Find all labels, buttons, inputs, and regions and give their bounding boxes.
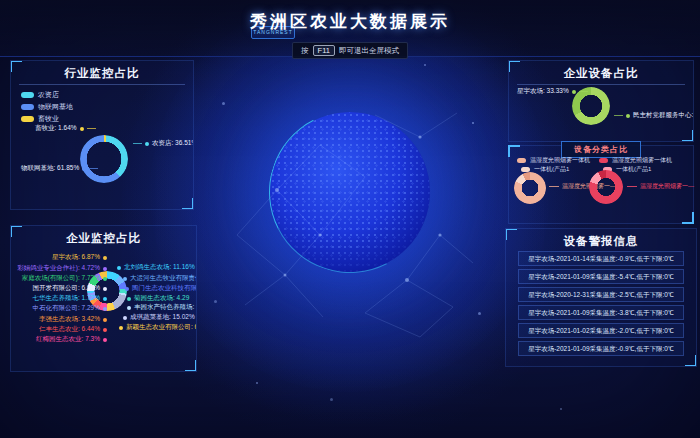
- ent-label-left: 红梅园生态农业: 7.3%: [13, 335, 107, 344]
- label-text: 红梅园生态农业: 7.3%: [36, 335, 100, 344]
- legend-item-iot[interactable]: 物联网基地: [21, 102, 73, 112]
- leader-line: [87, 128, 96, 129]
- ent-label-left: 李强生态农场: 3.42%: [13, 315, 107, 324]
- label-text: 物联网基地: 61.85%: [21, 164, 79, 173]
- label-text: 大运河生态牧业有限责任公: [130, 274, 197, 283]
- equip-label-right: 民主村党群服务中心:: [614, 111, 693, 120]
- legend-swatch: [599, 158, 608, 163]
- legend-label: 一体机(产品1: [616, 165, 651, 174]
- alarm-row: 星宇农场-2021-01-09采集温度:-5.4℃,低于下限:0℃: [518, 269, 684, 284]
- label-text: 星宇农场: 33.33%: [517, 87, 569, 96]
- label-text: 星宇农场: 6.87%: [52, 253, 100, 262]
- label-dot: [103, 267, 107, 271]
- device-class-donut-left[interactable]: [514, 172, 546, 204]
- ent-label-left: 家庭农场(有限公司): 7.72%: [13, 274, 107, 283]
- industry-donut-chart[interactable]: [80, 135, 128, 183]
- leader-line: [133, 143, 142, 144]
- legend-item[interactable]: 温湿度光照烟雾一体机: [599, 156, 672, 165]
- network-lines-decoration: [225, 85, 475, 345]
- panel-device-classification: 设备分类占比 温湿度光照烟雾一体机 一体机(产品1 温湿度光照烟雾一— 温湿度光…: [508, 145, 694, 224]
- divider: [19, 84, 185, 85]
- hint-prefix: 按: [301, 46, 309, 56]
- particle: [478, 312, 481, 315]
- legend-swatch: [21, 92, 34, 98]
- legend-item-store[interactable]: 农资店: [21, 90, 59, 100]
- panel-equipment-ratio: 企业设备占比 星宇农场: 33.33% 民主村党群服务中心:: [508, 60, 694, 142]
- leader-line: [614, 115, 623, 116]
- label-dot: [103, 297, 107, 301]
- legend-item-livestock[interactable]: 畜牧业: [21, 114, 59, 124]
- particle: [256, 382, 258, 384]
- particle: [424, 64, 426, 66]
- ent-label-right: 大运河生态牧业有限责任公: [123, 274, 197, 283]
- label-text: 民主村党群服务中心:: [633, 111, 693, 120]
- device-class-callout-right: 温湿度光照烟雾一—: [627, 182, 694, 191]
- label-dot: [127, 306, 131, 310]
- ent-label-left: 中石化有限公司: 7.29%: [13, 304, 107, 313]
- label-text: 温湿度光照烟雾一—: [640, 182, 694, 191]
- f11-key-badge: F11: [313, 45, 335, 56]
- dashboard: TANGNREST 秀洲区农业大数据展示 按 F11 即可退出全屏模式 行业监控…: [0, 0, 700, 438]
- label-dot: [103, 328, 107, 332]
- legend-swatch: [21, 104, 34, 110]
- label-text: 新颖生态农业有限公司: 6.87%: [126, 323, 197, 332]
- label-dot: [123, 277, 127, 281]
- panel-enterprise-monitor: 企业监控占比 星宇农场: 6.87% 彩娟鸽业专业合作社): 4.72% 家庭农…: [10, 225, 197, 372]
- chart-label-iot: 物联网基地: 61.85%: [21, 164, 98, 173]
- label-dot: [80, 127, 84, 131]
- legend-label: 畜牧业: [38, 114, 59, 124]
- label-dot: [103, 256, 107, 260]
- fullscreen-hint-box: 按 F11 即可退出全屏模式: [292, 42, 408, 59]
- label-text: 陶门生态农业科技有限公: [132, 284, 197, 293]
- label-dot: [103, 318, 107, 322]
- label-dot: [103, 307, 107, 311]
- label-text: 仁丰生态农业: 6.44%: [39, 325, 100, 334]
- legend-label: 温湿度光照烟雾一体机: [530, 156, 590, 165]
- particle: [330, 398, 333, 401]
- label-dot: [572, 90, 576, 94]
- particle: [214, 300, 217, 303]
- legend-swatch: [517, 158, 526, 163]
- leader-line: [579, 91, 588, 92]
- label-dot: [82, 167, 86, 171]
- chart-label-store: 农资店: 36.51%: [133, 139, 194, 148]
- ent-label-right: 北刘鸽生态农场: 11.16%: [117, 263, 195, 272]
- label-text: 彩娟鸽业专业合作社): 4.72%: [17, 264, 100, 273]
- label-dot: [119, 326, 123, 330]
- panel-industry-monitor: 行业监控占比 农资店 物联网基地 畜牧业 畜牧业: 1.64% 农资店: 36.…: [10, 60, 194, 210]
- label-dot: [123, 316, 127, 320]
- label-dot: [103, 338, 107, 342]
- alarm-row: 星宇农场-2021-01-09采集温度:-3.8℃,低于下限:0℃: [518, 305, 684, 320]
- label-text: 丰园水产特色养殖场: 1.: [134, 303, 197, 312]
- ent-label-right: 陶门生态农业科技有限公: [125, 284, 197, 293]
- device-class-donut-right[interactable]: [589, 170, 623, 204]
- chart-label-livestock: 畜牧业: 1.64%: [35, 124, 96, 133]
- hint-suffix: 即可退出全屏模式: [339, 46, 399, 56]
- panel-title: 企业设备占比: [509, 66, 693, 81]
- alarm-row: 星宇农场-2021-01-14采集温度:-0.9℃,低于下限:0℃: [518, 251, 684, 266]
- ent-label-right: 丰园水产特色养殖场: 1.: [127, 303, 197, 312]
- page-title: 秀洲区农业大数据展示: [0, 10, 700, 33]
- legend-item[interactable]: 温湿度光照烟雾一体机: [517, 156, 590, 165]
- legend-swatch: [21, 116, 34, 122]
- label-text: 中石化有限公司: 7.29%: [32, 304, 100, 313]
- label-text: 成琪蔬菜基地: 15.02%: [130, 313, 195, 322]
- label-dot: [125, 287, 129, 291]
- particle: [222, 102, 225, 105]
- panel-title: 企业监控占比: [11, 231, 196, 246]
- label-dot: [117, 266, 121, 270]
- label-dot: [626, 114, 630, 118]
- alarm-row: 星宇农场-2021-01-09采集温度:-0.9℃,低于下限:0℃: [518, 341, 684, 356]
- ent-label-left: 七华生态养殖场: 1.72%: [13, 294, 107, 303]
- label-dot: [103, 287, 107, 291]
- ent-label-left: 国开发有限公司: 6.87%: [13, 284, 107, 293]
- label-text: 北刘鸽生态农场: 11.16%: [124, 263, 195, 272]
- label-text: 菊园生态农场: 4.29: [134, 294, 189, 303]
- label-dot: [103, 277, 107, 281]
- panel-title: 设备警报信息: [506, 234, 696, 249]
- label-text: 家庭农场(有限公司): 7.72%: [22, 274, 100, 283]
- label-dot: [145, 142, 149, 146]
- label-dot: [127, 297, 131, 301]
- ent-label-left: 星宇农场: 6.87%: [13, 253, 107, 262]
- leader-line: [549, 186, 559, 187]
